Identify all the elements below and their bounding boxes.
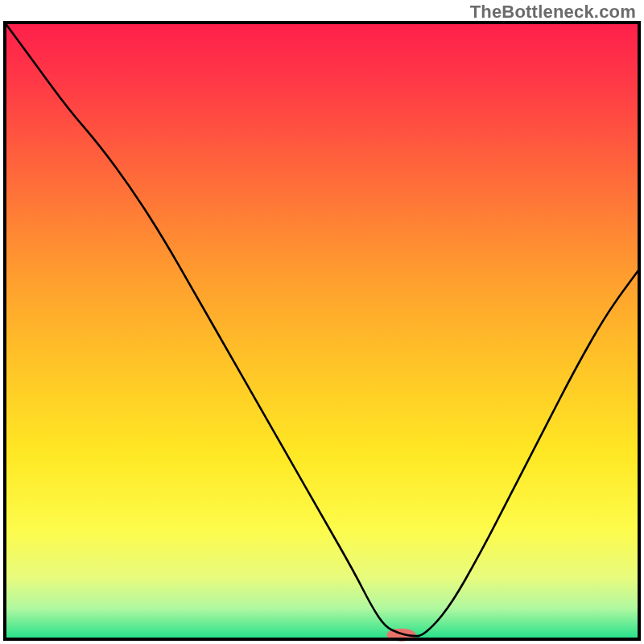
watermark-text: TheBottleneck.com xyxy=(470,2,636,23)
bottleneck-chart xyxy=(0,0,644,644)
chart-stage: TheBottleneck.com xyxy=(0,0,644,644)
gradient-background xyxy=(5,23,639,639)
